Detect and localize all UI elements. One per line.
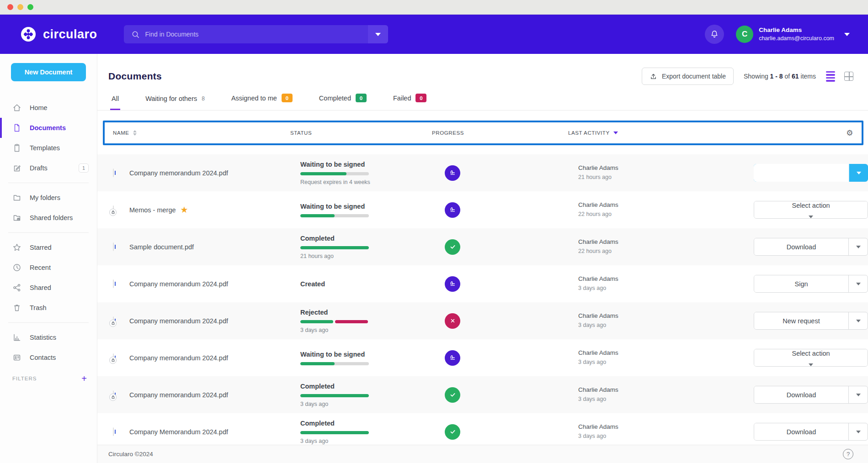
copyright-text: Circularo ©2024	[108, 451, 153, 458]
new-document-button[interactable]: New Document	[11, 63, 86, 81]
sidebar-item-starred[interactable]: Starred	[0, 237, 97, 258]
chevron-down-icon	[856, 320, 861, 322]
row-action-button-sign[interactable]: Sign	[754, 275, 868, 293]
row-action-button-select-action[interactable]: Select action	[754, 201, 868, 219]
notifications-button[interactable]	[705, 25, 724, 44]
user-menu[interactable]: C Charlie Adams charlie.adams@circularo.…	[736, 26, 850, 43]
document-file-icon	[113, 168, 114, 177]
chevron-down-icon	[375, 33, 381, 36]
sort-icon[interactable]	[133, 130, 137, 136]
document-file-icon	[113, 427, 114, 436]
help-icon[interactable]: ?	[843, 449, 853, 459]
document-name[interactable]: Company memorandum 2024.pdf	[129, 354, 228, 362]
row-action-button-download[interactable]: Download	[754, 423, 868, 441]
last-activity-user: Charlie Adams	[578, 348, 754, 358]
action-dropdown-toggle[interactable]	[848, 238, 868, 255]
sidebar-item-contacts[interactable]: Contacts	[0, 347, 97, 368]
chevron-down-icon	[856, 246, 861, 248]
page-footer: Circularo ©2024 ?	[97, 445, 868, 463]
sidebar-item-documents[interactable]: Documents	[0, 118, 97, 138]
table-row[interactable]: Company memorandum 2024.pdf Waiting to b…	[97, 339, 868, 376]
minimize-window-button[interactable]	[17, 4, 23, 10]
tab-count: 8	[202, 95, 205, 102]
document-name[interactable]: Sample document.pdf	[129, 243, 194, 251]
tab-waiting-for-others[interactable]: Waiting for others8	[144, 95, 206, 110]
document-name[interactable]: Company memorandum 2024.pdf	[129, 391, 228, 399]
sidebar-divider	[8, 183, 89, 183]
last-activity-time: 22 hours ago	[578, 247, 754, 256]
document-name[interactable]: Memos - merge	[129, 206, 176, 214]
row-action-button-select-action[interactable]: Select action	[754, 349, 868, 367]
sidebar-item-label: Recent	[30, 264, 51, 271]
circularo-logo[interactable]: circularo	[19, 25, 97, 43]
tab-all[interactable]: All	[110, 95, 120, 110]
table-settings-gear-icon[interactable]: ⚙	[846, 128, 858, 138]
starred-icon[interactable]: ★	[181, 205, 188, 214]
export-document-table-button[interactable]: Export document table	[642, 68, 734, 85]
action-dropdown-toggle[interactable]	[848, 423, 868, 440]
sidebar-item-my-folders[interactable]: My folders	[0, 188, 97, 208]
table-row[interactable]: Company memorandum 2024.pdf Rejected 3 d…	[97, 302, 868, 339]
column-header-last-activity[interactable]: LAST ACTIVITY	[568, 130, 744, 136]
document-name[interactable]: Company memorandum 2024.pdf	[129, 280, 228, 288]
home-icon	[12, 103, 21, 112]
status-text: Waiting to be signed	[300, 203, 428, 210]
sidebar-item-shared-folders[interactable]: Shared folders	[0, 208, 97, 228]
table-row[interactable]: Company memorandum 2024.pdf Completed 3 …	[97, 376, 868, 413]
share-icon	[12, 283, 21, 292]
sidebar-item-drafts[interactable]: Drafts 1	[0, 158, 97, 178]
sidebar-item-label: Home	[30, 104, 48, 111]
search-scope-dropdown[interactable]	[368, 25, 388, 43]
sidebar-item-templates[interactable]: Templates	[0, 138, 97, 158]
trash-icon	[12, 303, 21, 312]
check-status-icon	[445, 387, 460, 403]
add-filter-button[interactable]: +	[81, 374, 87, 383]
row-action-button-download[interactable]: Download	[754, 386, 868, 404]
action-dropdown-toggle[interactable]	[848, 275, 868, 292]
folder-icon	[12, 193, 21, 202]
shared-folder-icon	[12, 213, 21, 222]
last-activity-user: Charlie Adams	[578, 237, 754, 247]
grid-view-icon[interactable]	[844, 72, 853, 81]
tab-completed[interactable]: Completed0	[318, 94, 368, 110]
status-text: Completed	[300, 383, 428, 390]
action-dropdown-toggle[interactable]	[848, 386, 868, 403]
table-row[interactable]: Company memorandum 2024.pdf Created Char…	[97, 265, 868, 302]
row-action-button-remind[interactable]: Remind	[754, 164, 868, 182]
row-action-button-new-request[interactable]: New request	[754, 312, 868, 330]
table-row[interactable]: Company memorandum 2024.pdf Waiting to b…	[97, 154, 868, 191]
sidebar-item-shared[interactable]: Shared	[0, 278, 97, 298]
zoom-window-button[interactable]	[27, 4, 33, 10]
sidebar-nav: Home Documents Templates Drafts 1 My fol…	[0, 98, 97, 368]
sidebar-item-statistics[interactable]: Statistics	[0, 327, 97, 347]
status-subtext: 21 hours ago	[300, 253, 428, 259]
sort-desc-icon	[613, 132, 618, 134]
table-row[interactable]: Company Memorandum 2024.pdf Completed 3 …	[97, 413, 868, 445]
chevron-down-icon	[809, 363, 813, 366]
tab-failed[interactable]: Failed0	[392, 94, 428, 110]
action-dropdown-toggle[interactable]	[849, 164, 868, 182]
sidebar-item-trash[interactable]: Trash	[0, 298, 97, 318]
search-input[interactable]	[145, 31, 368, 38]
column-header-progress[interactable]: PROGRESS	[432, 130, 568, 136]
document-name[interactable]: Company memorandum 2024.pdf	[129, 169, 228, 177]
action-dropdown-toggle[interactable]	[848, 312, 868, 329]
column-header-status[interactable]: STATUS	[290, 130, 432, 136]
column-header-name[interactable]: NAME	[108, 130, 290, 136]
document-table: Company memorandum 2024.pdf Waiting to b…	[97, 154, 868, 445]
tab-assigned-to-me[interactable]: Assigned to me0	[230, 94, 294, 110]
showing-items-count: Showing 1 - 8 of 61 items	[744, 73, 816, 80]
table-row[interactable]: Memos - merge ★ Waiting to be signed Cha…	[97, 191, 868, 228]
document-name[interactable]: Company memorandum 2024.pdf	[129, 317, 228, 325]
sidebar-item-recent[interactable]: Recent	[0, 258, 97, 278]
sidebar-item-home[interactable]: Home	[0, 98, 97, 118]
table-row[interactable]: Sample document.pdf Completed 21 hours a…	[97, 228, 868, 265]
document-name[interactable]: Company Memorandum 2024.pdf	[129, 428, 228, 436]
list-view-icon[interactable]	[826, 71, 835, 82]
status-text: Completed	[300, 235, 428, 242]
close-window-button[interactable]	[7, 4, 13, 10]
sidebar-item-label: Contacts	[30, 354, 56, 361]
last-activity-time: 3 days ago	[578, 358, 754, 367]
row-action-button-download[interactable]: Download	[754, 238, 868, 256]
document-tabs: All Waiting for others8 Assigned to me0 …	[97, 88, 868, 110]
